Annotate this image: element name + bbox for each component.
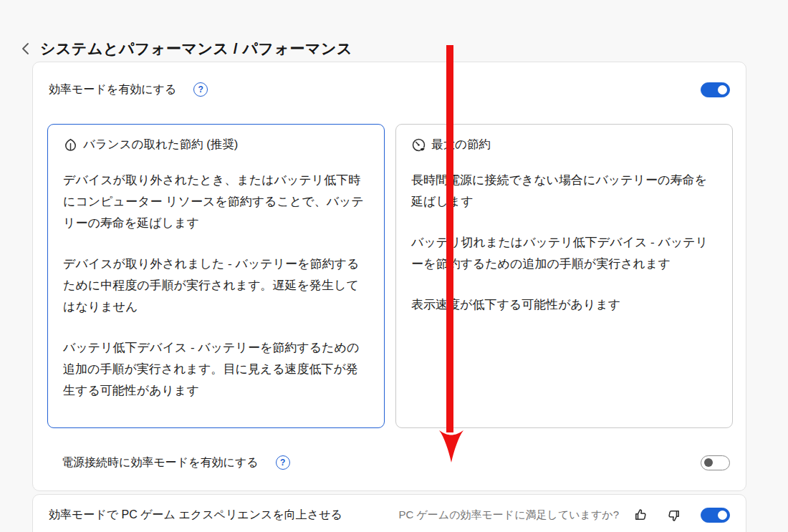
mode-title-row: バランスの取れた節約 (推奨) <box>63 137 369 153</box>
pc-gaming-label: 効率モードで PC ゲーム エクスペリエンスを向上させる <box>49 508 342 523</box>
mode-paragraph: デバイスが取り外されました - バッテリーを節約するために中程度の手順が実行され… <box>63 253 369 318</box>
mode-paragraph: バッテリ切れまたはバッテリ低下デバイス - バッテリーを節約するための追加の手順… <box>411 232 717 275</box>
toggle-knob <box>718 85 727 95</box>
thumbs-down-button[interactable] <box>664 506 682 524</box>
mode-title-row: 最大の節約 <box>411 137 717 153</box>
thumbs-up-button[interactable] <box>633 506 650 524</box>
savings-mode-options: バランスの取れた節約 (推奨) デバイスが取り外されたとき、またはバッテリ低下時… <box>47 124 733 428</box>
enable-efficiency-row: 効率モードを有効にする ? <box>33 62 746 117</box>
help-icon[interactable]: ? <box>193 82 208 97</box>
mode-card-balanced-savings[interactable]: バランスの取れた節約 (推奨) デバイスが取り外されたとき、またはバッテリ低下時… <box>47 124 385 428</box>
edge-settings-performance-page: { "header": { "title": "システムとパフォーマンス / パ… <box>0 0 788 532</box>
plugged-in-efficiency-toggle[interactable] <box>701 455 730 470</box>
feedback-question: PC ゲームの効率モードに満足していますか? <box>398 508 619 522</box>
enable-efficiency-toggle[interactable] <box>701 82 730 97</box>
annotation-arrow-head-icon <box>439 427 463 463</box>
toggle-knob <box>704 458 713 467</box>
page-title: システムとパフォーマンス / パフォーマンス <box>40 39 352 59</box>
chevron-left-icon <box>21 42 29 55</box>
thumbs-up-icon <box>633 506 650 524</box>
help-icon[interactable]: ? <box>276 455 290 470</box>
mode-title-maximum: 最大の節約 <box>431 137 491 153</box>
mode-paragraph: 長時間電源に接続できない場合にバッテリーの寿命を延ばします <box>411 170 717 213</box>
mode-paragraph: デバイスが取り外されたとき、またはバッテリ低下時にコンピューター リソースを節約… <box>63 170 369 234</box>
pc-gaming-toggle[interactable] <box>701 508 730 523</box>
enable-efficiency-label: 効率モードを有効にする <box>49 82 176 97</box>
thumbs-down-icon <box>664 506 682 524</box>
plugged-in-efficiency-row: 電源接続時に効率モードを有効にする ? <box>33 440 746 485</box>
leaf-icon <box>63 137 78 153</box>
gauge-leaf-icon <box>411 137 426 153</box>
pc-gaming-row: 効率モードで PC ゲーム エクスペリエンスを向上させる PC ゲームの効率モー… <box>33 495 746 532</box>
toggle-knob <box>718 511 727 520</box>
mode-paragraph: バッテリ低下デバイス - バッテリーを節約するための追加の手順が実行されます。目… <box>63 337 369 402</box>
annotation-arrow-shaft <box>446 45 453 432</box>
efficiency-mode-card: 効率モードを有効にする ? バランスの取れた節約 (推奨) デバイスが取り外され… <box>32 62 746 491</box>
plugged-in-efficiency-label: 電源接続時に効率モードを有効にする <box>62 455 259 470</box>
mode-title-balanced: バランスの取れた節約 (推奨) <box>83 137 238 153</box>
back-button[interactable] <box>17 39 33 58</box>
pc-gaming-efficiency-card: 効率モードで PC ゲーム エクスペリエンスを向上させる PC ゲームの効率モー… <box>32 494 746 532</box>
mode-paragraph: 表示速度が低下する可能性があります <box>411 294 717 316</box>
